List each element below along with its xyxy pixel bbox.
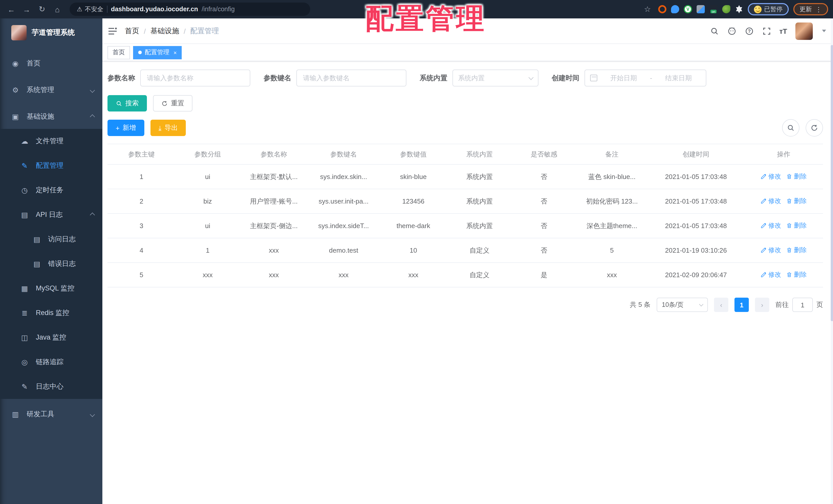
font-size-icon[interactable]: тT [779, 27, 787, 35]
breadcrumb-infra[interactable]: 基础设施 [150, 26, 179, 35]
edit-link[interactable]: 修改 [761, 271, 781, 279]
sidebar-item-mysql-monitor[interactable]: ▦ MySQL 监控 [0, 276, 102, 301]
profile-paused-badge[interactable]: 已暂停 [748, 3, 789, 15]
sidebar-item-label: 基础设施 [27, 112, 54, 121]
edit-link[interactable]: 修改 [761, 222, 781, 230]
extension-puzzle-icon[interactable] [735, 5, 743, 13]
current-page-button[interactable]: 1 [735, 298, 749, 312]
sidebar-item-scheduled-task[interactable]: ◷ 定时任务 [0, 178, 102, 203]
warning-icon: ⚠ [77, 6, 82, 13]
search-icon[interactable] [710, 26, 719, 35]
fullscreen-icon[interactable] [762, 26, 771, 35]
app-logo-row[interactable]: 芋道管理系统 [0, 19, 102, 47]
tab-home[interactable]: 首页 [108, 46, 130, 59]
sidebar: 芋道管理系统 ◉ 首页 ⚙ 系统管理 ▣ 基础设施 ☁ 文件管理 [0, 19, 102, 504]
date-range-picker[interactable]: 开始日期 - 结束日期 [585, 70, 706, 86]
address-bar[interactable]: ⚠不安全 dashboard.yudao.iocoder.cn/infra/co… [70, 3, 310, 16]
breadcrumb-separator: / [184, 27, 186, 35]
reset-button[interactable]: 重置 [153, 95, 192, 111]
gear-icon: ⚙ [11, 86, 20, 94]
param-name-input[interactable] [140, 70, 250, 86]
sidebar-item-log-center[interactable]: ✎ 日志中心 [0, 374, 102, 399]
sidebar-item-java-monitor[interactable]: ◫ Java 监控 [0, 325, 102, 350]
next-page-button[interactable]: › [755, 298, 769, 312]
refresh-table-button[interactable] [806, 119, 823, 136]
extension-gray-blue-icon[interactable] [697, 5, 705, 13]
delete-link[interactable]: 删除 [786, 197, 807, 206]
delete-link[interactable]: 删除 [786, 222, 807, 230]
api-log-icon: ▤ [21, 211, 29, 219]
breadcrumb-current: 配置管理 [190, 26, 219, 35]
page-size-value: 10条/页 [662, 300, 684, 309]
param-key-input[interactable] [296, 70, 406, 86]
sidebar-item-home[interactable]: ◉ 首页 [0, 51, 102, 76]
sidebar-item-label: Redis 监控 [36, 308, 69, 318]
add-button[interactable]: + 新增 [108, 120, 144, 136]
sidebar-item-label: 文件管理 [36, 136, 64, 146]
sidebar-item-infra[interactable]: ▣ 基础设施 [0, 104, 102, 129]
end-date-placeholder: 结束日期 [656, 73, 701, 83]
system-builtin-label: 系统内置 [420, 73, 447, 83]
start-date-placeholder: 开始日期 [601, 73, 646, 83]
tab-config-manage[interactable]: 配置管理 × [133, 46, 182, 59]
scrollbar-track[interactable] [831, 19, 833, 504]
paused-label: 已暂停 [764, 5, 783, 14]
breadcrumb: 首页 / 基础设施 / 配置管理 [125, 26, 219, 35]
chrome-update-button[interactable]: 更新 ⋮ [793, 3, 828, 15]
export-button-label: 导出 [165, 123, 178, 132]
extension-on-icon[interactable]: on [709, 5, 718, 13]
extension-leaf-icon[interactable] [722, 5, 730, 13]
extension-orange-icon[interactable] [658, 5, 666, 13]
sidebar-item-dev-tools[interactable]: ▥ 研发工具 [0, 402, 102, 427]
magnifier-icon [787, 124, 795, 132]
security-warning[interactable]: ⚠不安全 [77, 5, 103, 14]
edit-link[interactable]: 修改 [761, 172, 781, 181]
sidebar-item-system[interactable]: ⚙ 系统管理 [0, 78, 102, 102]
update-label: 更新 [800, 5, 812, 14]
user-avatar[interactable] [795, 22, 813, 40]
page-size-select[interactable]: 10条/页 [657, 298, 708, 312]
forward-icon[interactable]: → [21, 3, 33, 15]
avatar-caret-down-icon[interactable] [822, 30, 826, 32]
sidebar-item-access-log[interactable]: ▤ 访问日志 [0, 227, 102, 252]
export-button[interactable]: ⤓ 导出 [150, 120, 186, 136]
breadcrumb-home[interactable]: 首页 [125, 26, 139, 35]
system-builtin-select[interactable]: 系统内置 [452, 70, 539, 86]
delete-link[interactable]: 删除 [786, 172, 807, 181]
sidebar-item-trace[interactable]: ◎ 链路追踪 [0, 350, 102, 374]
col-remark: 备注 [576, 144, 648, 165]
search-button[interactable]: 搜索 [108, 95, 147, 111]
edit-link[interactable]: 修改 [761, 197, 781, 206]
extension-v-icon[interactable]: V [684, 5, 692, 13]
prev-page-button[interactable]: ‹ [714, 298, 728, 312]
delete-link[interactable]: 删除 [786, 246, 807, 255]
delete-icon [786, 272, 792, 278]
toggle-search-button[interactable] [782, 119, 800, 136]
reload-icon[interactable]: ↻ [36, 3, 48, 15]
home-icon[interactable]: ⌂ [51, 3, 64, 15]
breadcrumb-separator: / [144, 27, 146, 35]
col-param-name: 参数名称 [240, 144, 308, 165]
bookmark-star-icon[interactable]: ☆ [641, 3, 653, 15]
github-icon[interactable] [727, 26, 736, 35]
toolbox-icon: ▥ [11, 410, 20, 418]
back-icon[interactable]: ← [5, 3, 17, 15]
edit-link[interactable]: 修改 [761, 246, 781, 255]
sidebar-item-config-manage[interactable]: ✎ 配置管理 [0, 153, 102, 178]
edit-square-icon: ✎ [21, 161, 29, 170]
col-param-id: 参数主键 [108, 144, 175, 165]
delete-link[interactable]: 删除 [786, 271, 807, 279]
goto-page-input[interactable] [792, 298, 813, 312]
hamburger-icon[interactable] [108, 26, 118, 36]
sidebar-item-file-manage[interactable]: ☁ 文件管理 [0, 129, 102, 153]
close-icon[interactable]: × [173, 49, 177, 55]
extension-pin-icon[interactable] [671, 5, 679, 13]
infra-submenu: ☁ 文件管理 ✎ 配置管理 ◷ 定时任务 ▤ API 日志 ▤ [0, 129, 102, 399]
sidebar-item-redis-monitor[interactable]: ≣ Redis 监控 [0, 301, 102, 325]
sidebar-item-error-log[interactable]: ▤ 错误日志 [0, 252, 102, 276]
scrollbar-thumb[interactable] [831, 45, 833, 321]
access-log-icon: ▤ [33, 235, 41, 244]
url-divider [107, 6, 108, 13]
sidebar-item-api-log[interactable]: ▤ API 日志 [0, 203, 102, 227]
help-icon[interactable] [744, 26, 754, 35]
